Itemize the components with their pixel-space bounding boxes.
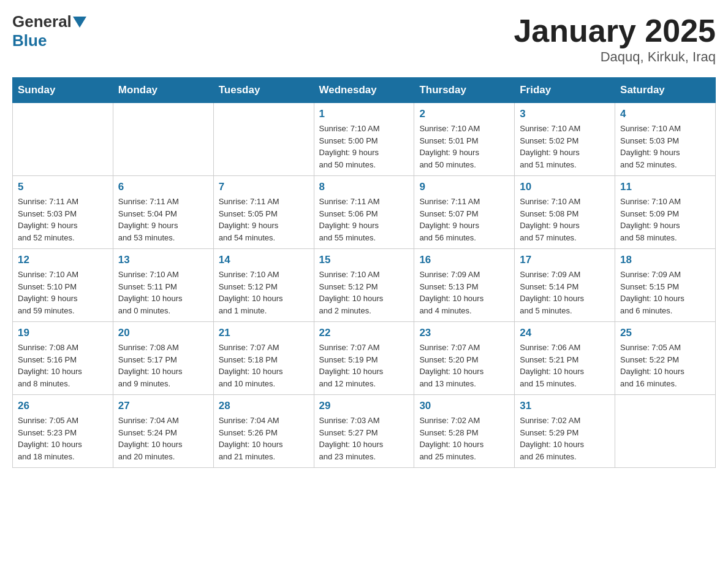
day-info: Sunrise: 7:10 AM Sunset: 5:12 PM Dayligh… [219, 269, 309, 316]
calendar-cell: 15Sunrise: 7:10 AM Sunset: 5:12 PM Dayli… [314, 249, 414, 322]
day-number: 1 [319, 108, 409, 120]
day-number: 6 [118, 181, 208, 193]
day-info: Sunrise: 7:08 AM Sunset: 5:17 PM Dayligh… [118, 342, 208, 389]
calendar-cell: 12Sunrise: 7:10 AM Sunset: 5:10 PM Dayli… [13, 249, 113, 322]
calendar-cell: 29Sunrise: 7:03 AM Sunset: 5:27 PM Dayli… [314, 395, 414, 468]
calendar-cell: 25Sunrise: 7:05 AM Sunset: 5:22 PM Dayli… [615, 322, 716, 395]
logo: General Blue [12, 12, 86, 50]
day-number: 14 [219, 254, 309, 266]
day-info: Sunrise: 7:07 AM Sunset: 5:18 PM Dayligh… [219, 342, 309, 389]
day-info: Sunrise: 7:03 AM Sunset: 5:27 PM Dayligh… [319, 415, 409, 462]
day-number: 20 [118, 327, 208, 339]
logo-line1: General [12, 12, 86, 31]
day-number: 4 [620, 108, 710, 120]
day-info: Sunrise: 7:09 AM Sunset: 5:14 PM Dayligh… [520, 269, 610, 316]
calendar-week-row: 1Sunrise: 7:10 AM Sunset: 5:00 PM Daylig… [13, 103, 716, 176]
day-info: Sunrise: 7:11 AM Sunset: 5:07 PM Dayligh… [419, 196, 509, 243]
calendar-cell: 20Sunrise: 7:08 AM Sunset: 5:17 PM Dayli… [113, 322, 213, 395]
calendar-header-row: SundayMondayTuesdayWednesdayThursdayFrid… [13, 78, 716, 103]
day-number: 21 [219, 327, 309, 339]
day-info: Sunrise: 7:11 AM Sunset: 5:05 PM Dayligh… [219, 196, 309, 243]
day-info: Sunrise: 7:02 AM Sunset: 5:28 PM Dayligh… [419, 415, 509, 462]
calendar-week-row: 26Sunrise: 7:05 AM Sunset: 5:23 PM Dayli… [13, 395, 716, 468]
calendar-cell: 8Sunrise: 7:11 AM Sunset: 5:06 PM Daylig… [314, 176, 414, 249]
title-section: January 2025 Daquq, Kirkuk, Iraq [514, 12, 716, 65]
day-info: Sunrise: 7:11 AM Sunset: 5:06 PM Dayligh… [319, 196, 409, 243]
day-number: 11 [620, 181, 710, 193]
calendar-cell [615, 395, 716, 468]
weekday-header: Tuesday [213, 78, 314, 103]
day-number: 30 [419, 400, 509, 412]
weekday-header: Saturday [615, 78, 716, 103]
day-number: 12 [18, 254, 108, 266]
day-number: 29 [319, 400, 409, 412]
calendar-cell: 27Sunrise: 7:04 AM Sunset: 5:24 PM Dayli… [113, 395, 213, 468]
calendar-cell: 24Sunrise: 7:06 AM Sunset: 5:21 PM Dayli… [515, 322, 615, 395]
calendar-cell: 21Sunrise: 7:07 AM Sunset: 5:18 PM Dayli… [213, 322, 314, 395]
day-number: 28 [219, 400, 309, 412]
logo-blue-label: Blue [12, 31, 47, 50]
calendar-cell [113, 103, 213, 176]
day-info: Sunrise: 7:10 AM Sunset: 5:02 PM Dayligh… [520, 123, 610, 170]
day-info: Sunrise: 7:07 AM Sunset: 5:19 PM Dayligh… [319, 342, 409, 389]
day-number: 31 [520, 400, 610, 412]
calendar-cell: 22Sunrise: 7:07 AM Sunset: 5:19 PM Dayli… [314, 322, 414, 395]
logo-general-text: General [12, 12, 72, 31]
calendar-cell [213, 103, 314, 176]
day-number: 3 [520, 108, 610, 120]
day-number: 9 [419, 181, 509, 193]
calendar-cell: 7Sunrise: 7:11 AM Sunset: 5:05 PM Daylig… [213, 176, 314, 249]
calendar-cell: 4Sunrise: 7:10 AM Sunset: 5:03 PM Daylig… [615, 103, 716, 176]
weekday-header: Thursday [414, 78, 515, 103]
day-number: 5 [18, 181, 108, 193]
calendar-cell: 17Sunrise: 7:09 AM Sunset: 5:14 PM Dayli… [515, 249, 615, 322]
day-info: Sunrise: 7:08 AM Sunset: 5:16 PM Dayligh… [18, 342, 108, 389]
day-info: Sunrise: 7:06 AM Sunset: 5:21 PM Dayligh… [520, 342, 610, 389]
day-info: Sunrise: 7:10 AM Sunset: 5:10 PM Dayligh… [18, 269, 108, 316]
calendar-week-row: 19Sunrise: 7:08 AM Sunset: 5:16 PM Dayli… [13, 322, 716, 395]
day-number: 15 [319, 254, 409, 266]
day-info: Sunrise: 7:09 AM Sunset: 5:15 PM Dayligh… [620, 269, 710, 316]
calendar-cell: 30Sunrise: 7:02 AM Sunset: 5:28 PM Dayli… [414, 395, 515, 468]
day-number: 18 [620, 254, 710, 266]
weekday-header: Wednesday [314, 78, 414, 103]
day-number: 7 [219, 181, 309, 193]
day-info: Sunrise: 7:10 AM Sunset: 5:09 PM Dayligh… [620, 196, 710, 243]
calendar-week-row: 5Sunrise: 7:11 AM Sunset: 5:03 PM Daylig… [13, 176, 716, 249]
day-number: 24 [520, 327, 610, 339]
day-info: Sunrise: 7:11 AM Sunset: 5:04 PM Dayligh… [118, 196, 208, 243]
calendar-cell: 9Sunrise: 7:11 AM Sunset: 5:07 PM Daylig… [414, 176, 515, 249]
day-info: Sunrise: 7:10 AM Sunset: 5:00 PM Dayligh… [319, 123, 409, 170]
logo-blue-text: Blue [12, 31, 47, 50]
calendar-cell [13, 103, 113, 176]
day-number: 2 [419, 108, 509, 120]
calendar-subtitle: Daquq, Kirkuk, Iraq [514, 49, 716, 65]
day-info: Sunrise: 7:05 AM Sunset: 5:23 PM Dayligh… [18, 415, 108, 462]
page-header: General Blue January 2025 Daquq, Kirkuk,… [12, 12, 716, 65]
calendar-cell: 26Sunrise: 7:05 AM Sunset: 5:23 PM Dayli… [13, 395, 113, 468]
logo-arrow-icon [73, 17, 86, 28]
day-info: Sunrise: 7:09 AM Sunset: 5:13 PM Dayligh… [419, 269, 509, 316]
calendar-cell: 31Sunrise: 7:02 AM Sunset: 5:29 PM Dayli… [515, 395, 615, 468]
calendar-table: SundayMondayTuesdayWednesdayThursdayFrid… [12, 77, 716, 468]
day-info: Sunrise: 7:10 AM Sunset: 5:01 PM Dayligh… [419, 123, 509, 170]
calendar-week-row: 12Sunrise: 7:10 AM Sunset: 5:10 PM Dayli… [13, 249, 716, 322]
weekday-header: Monday [113, 78, 213, 103]
day-number: 13 [118, 254, 208, 266]
day-number: 17 [520, 254, 610, 266]
calendar-cell: 16Sunrise: 7:09 AM Sunset: 5:13 PM Dayli… [414, 249, 515, 322]
day-info: Sunrise: 7:10 AM Sunset: 5:11 PM Dayligh… [118, 269, 208, 316]
calendar-cell: 11Sunrise: 7:10 AM Sunset: 5:09 PM Dayli… [615, 176, 716, 249]
weekday-header: Sunday [13, 78, 113, 103]
day-number: 26 [18, 400, 108, 412]
calendar-cell: 5Sunrise: 7:11 AM Sunset: 5:03 PM Daylig… [13, 176, 113, 249]
calendar-cell: 28Sunrise: 7:04 AM Sunset: 5:26 PM Dayli… [213, 395, 314, 468]
day-info: Sunrise: 7:10 AM Sunset: 5:12 PM Dayligh… [319, 269, 409, 316]
day-info: Sunrise: 7:04 AM Sunset: 5:24 PM Dayligh… [118, 415, 208, 462]
calendar-cell: 19Sunrise: 7:08 AM Sunset: 5:16 PM Dayli… [13, 322, 113, 395]
day-info: Sunrise: 7:10 AM Sunset: 5:08 PM Dayligh… [520, 196, 610, 243]
day-info: Sunrise: 7:07 AM Sunset: 5:20 PM Dayligh… [419, 342, 509, 389]
day-number: 8 [319, 181, 409, 193]
calendar-cell: 10Sunrise: 7:10 AM Sunset: 5:08 PM Dayli… [515, 176, 615, 249]
day-number: 22 [319, 327, 409, 339]
